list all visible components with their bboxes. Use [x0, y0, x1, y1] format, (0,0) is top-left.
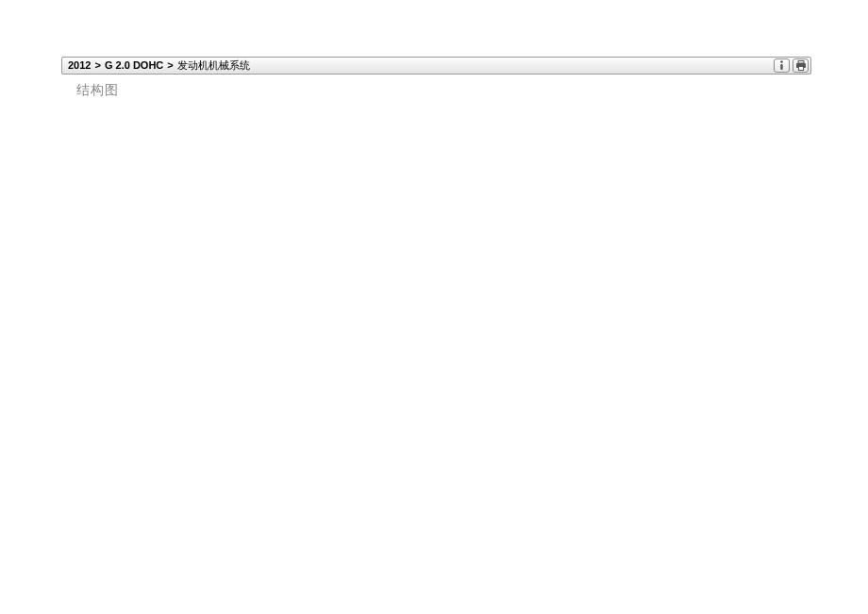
svg-rect-1: [780, 64, 782, 70]
breadcrumb-engine: G 2.0 DOHC: [105, 59, 163, 71]
print-icon: [795, 60, 807, 71]
breadcrumb-sep: >: [94, 59, 100, 71]
breadcrumb-sep: >: [167, 59, 173, 71]
breadcrumb-header-bar: 2012 > G 2.0 DOHC > 发动机机械系统: [61, 57, 811, 75]
svg-rect-2: [798, 61, 804, 64]
breadcrumb-year: 2012: [68, 59, 91, 71]
breadcrumb-system: 发动机机械系统: [177, 58, 250, 73]
info-icon: [777, 60, 786, 71]
print-button[interactable]: [793, 58, 809, 73]
info-button[interactable]: [774, 58, 790, 73]
section-title: 结构图: [61, 75, 811, 99]
header-icon-group: [774, 58, 809, 73]
svg-point-0: [780, 60, 783, 63]
breadcrumb: 2012 > G 2.0 DOHC > 发动机机械系统: [68, 58, 250, 73]
svg-rect-4: [798, 67, 803, 71]
